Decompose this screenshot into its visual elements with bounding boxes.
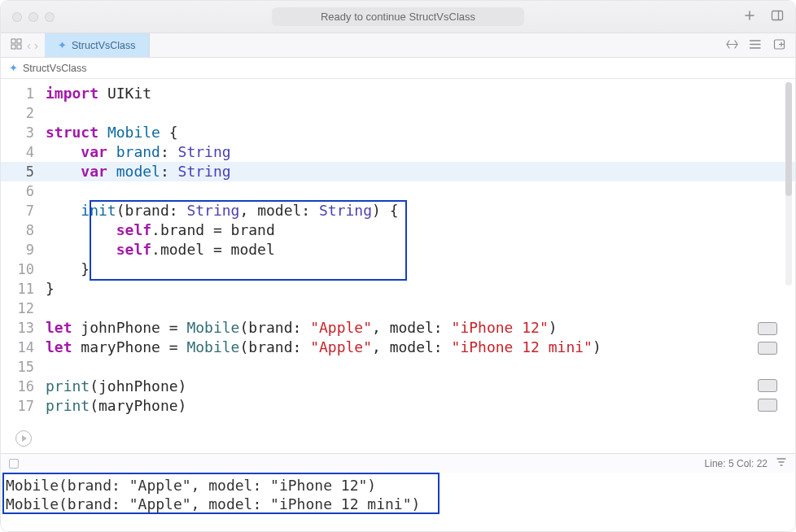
- svg-rect-4: [17, 45, 21, 49]
- svg-point-6: [750, 44, 751, 45]
- breadcrumb[interactable]: ✦ StructVsClass: [1, 58, 795, 79]
- swift-icon: ✦: [58, 39, 67, 51]
- status-bar: Line: 5 Col: 22: [1, 453, 795, 473]
- result-marker-icon[interactable]: [758, 342, 777, 355]
- adjust-editor-icon[interactable]: [726, 38, 738, 53]
- swift-icon: ✦: [9, 62, 18, 74]
- related-items-icon[interactable]: [11, 38, 22, 52]
- run-status-pill[interactable]: Ready to continue StructVsClass: [272, 7, 524, 26]
- nav-forward-button[interactable]: ›: [33, 38, 40, 52]
- run-button[interactable]: [15, 430, 32, 447]
- svg-rect-1: [11, 39, 15, 43]
- svg-rect-3: [11, 45, 15, 49]
- new-tab-button[interactable]: [743, 9, 756, 24]
- cursor-position: Line: 5 Col: 22: [705, 458, 768, 469]
- tab-label: StructVsClass: [72, 40, 136, 51]
- svg-rect-2: [17, 39, 21, 43]
- close-icon[interactable]: [12, 12, 22, 22]
- tab-structvsclass[interactable]: ✦ StructVsClass: [45, 33, 150, 57]
- editor-options-icon[interactable]: [750, 38, 762, 53]
- vertical-scrollbar[interactable]: [785, 82, 792, 286]
- filter-icon[interactable]: [776, 456, 787, 470]
- debug-toggle-icon[interactable]: [9, 459, 19, 469]
- result-marker-icon[interactable]: [758, 379, 777, 392]
- console-line: Mobile(brand: "Apple", model: "iPhone 12…: [6, 476, 790, 495]
- sidebar-toggle-button[interactable]: [771, 9, 784, 24]
- svg-rect-0: [772, 11, 783, 20]
- minimize-icon[interactable]: [28, 12, 38, 22]
- traffic-lights: [12, 12, 55, 22]
- result-marker-icon[interactable]: [758, 322, 777, 335]
- add-editor-icon[interactable]: [773, 38, 785, 53]
- window-titlebar: Ready to continue StructVsClass: [1, 1, 795, 33]
- crumb-label: StructVsClass: [23, 63, 87, 74]
- zoom-icon[interactable]: [45, 12, 55, 22]
- console-output[interactable]: Mobile(brand: "Apple", model: "iPhone 12…: [1, 473, 795, 531]
- svg-point-5: [750, 40, 751, 41]
- result-marker-icon[interactable]: [758, 399, 777, 412]
- tab-bar: ‹ › ✦ StructVsClass: [1, 33, 795, 58]
- code-editor[interactable]: 1import UIKit 2 3struct Mobile { 4 var b…: [1, 79, 795, 453]
- svg-point-7: [750, 47, 751, 48]
- nav-back-button[interactable]: ‹: [25, 38, 33, 52]
- console-line: Mobile(brand: "Apple", model: "iPhone 12…: [6, 495, 790, 513]
